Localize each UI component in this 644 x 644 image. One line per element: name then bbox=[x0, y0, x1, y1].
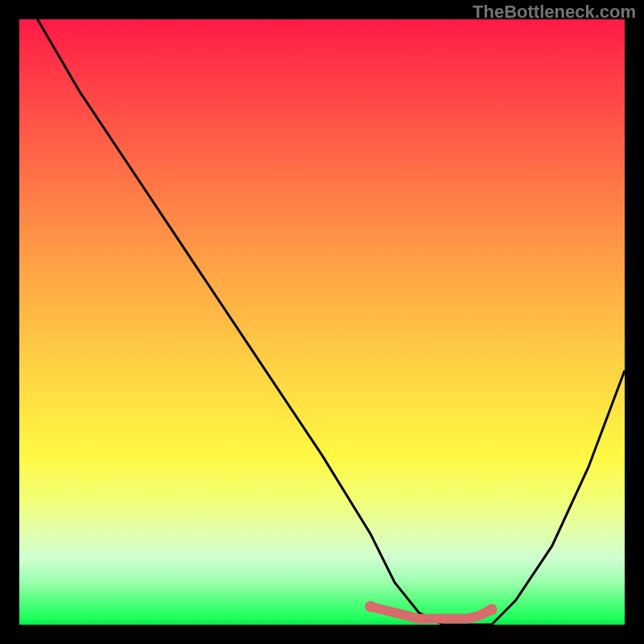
bottleneck-curve bbox=[38, 19, 625, 625]
chart-container: TheBottleneck.com bbox=[0, 0, 644, 644]
optimal-band-endpoint bbox=[486, 604, 497, 615]
watermark-label: TheBottleneck.com bbox=[473, 2, 636, 23]
curve-layer bbox=[19, 19, 625, 625]
optimal-band bbox=[365, 601, 497, 618]
optimal-band-endpoint bbox=[365, 601, 376, 612]
chart-frame: TheBottleneck.com bbox=[0, 0, 644, 644]
plot-area bbox=[19, 19, 625, 625]
optimal-band-stroke bbox=[370, 606, 491, 618]
